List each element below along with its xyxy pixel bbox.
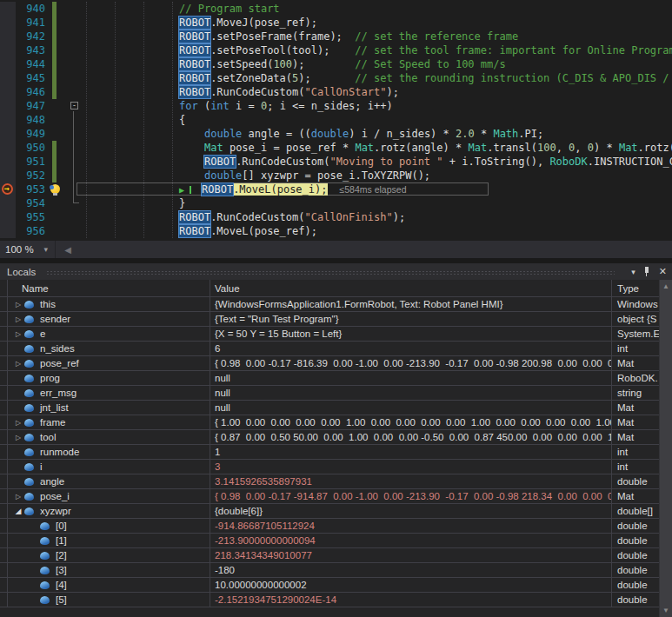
code-text[interactable]: double angle = ((double) i / n_sides) * …: [59, 127, 672, 141]
code-text[interactable]: ROBOT.RunCodeCustom("CallOnStart");: [59, 85, 672, 99]
chevron-down-icon[interactable]: ▾: [44, 245, 49, 254]
variable-value-cell[interactable]: { 0.98 0.00 -0.17 -816.39 0.00 -1.00 0.0…: [210, 356, 612, 370]
locals-row[interactable]: [1]-213.90000000000094double: [0, 534, 659, 548]
variable-name-cell[interactable]: ▷pose_i: [8, 489, 210, 503]
code-text[interactable]: {: [59, 113, 672, 127]
variable-value-cell[interactable]: null: [210, 371, 612, 385]
code-text[interactable]: }: [59, 196, 672, 210]
variable-value-cell[interactable]: {X = 50 Y = 15 Button = Left}: [210, 327, 612, 341]
locals-row[interactable]: i3int: [0, 460, 659, 474]
code-line[interactable]: 940// Program start: [0, 2, 672, 16]
breakpoint-gutter[interactable]: [0, 30, 16, 43]
editor-zoom-selector[interactable]: 100 % ▾: [0, 241, 55, 258]
locals-row[interactable]: [3]-180double: [0, 563, 659, 578]
scroll-down-arrow-icon[interactable]: ▼: [660, 607, 672, 614]
code-line[interactable]: 946ROBOT.RunCodeCustom("CallOnStart");: [0, 85, 672, 99]
variable-value-cell[interactable]: 1: [210, 445, 612, 459]
code-line[interactable]: 955ROBOT.RunCodeCustom("CallOnFinish");: [0, 210, 672, 224]
code-text[interactable]: ROBOT.MoveL(pose_ref);: [59, 224, 672, 238]
variable-name-cell[interactable]: ▷pose_ref: [8, 356, 210, 370]
variable-name-cell[interactable]: jnt_list: [8, 401, 210, 415]
code-line[interactable]: 952double[] xyzwpr = pose_i.ToXYZRPW();: [0, 169, 672, 182]
breakpoint-current-statement-icon[interactable]: [2, 183, 13, 195]
fold-collapse-icon[interactable]: [70, 102, 78, 109]
code-line[interactable]: 942ROBOT.setPoseFrame(frame); // set the…: [0, 30, 672, 43]
variable-value-cell[interactable]: -2.1521934751290024E-14: [210, 593, 612, 607]
expand-arrow-icon[interactable]: ▷: [12, 493, 24, 501]
variable-name-cell[interactable]: ▷e: [8, 327, 210, 341]
locals-row[interactable]: [2]218.34134349010077double: [0, 548, 659, 563]
collapse-arrow-icon[interactable]: ◢: [12, 507, 24, 515]
variable-value-cell[interactable]: 3.1415926535897931: [210, 474, 612, 488]
expand-arrow-icon[interactable]: ▷: [12, 301, 24, 308]
locals-row[interactable]: [5]-2.1521934751290024E-14double: [0, 593, 659, 607]
variable-value-cell[interactable]: 3: [210, 460, 612, 474]
window-position-menu-icon[interactable]: ▾: [631, 268, 635, 276]
locals-row[interactable]: n_sides6int: [0, 342, 659, 356]
breakpoint-gutter[interactable]: [0, 43, 16, 57]
variable-value-cell[interactable]: 6: [210, 342, 612, 355]
variable-value-cell[interactable]: 218.34134349010077: [210, 548, 612, 562]
breakpoint-gutter[interactable]: [0, 141, 16, 155]
variable-name-cell[interactable]: [2]: [8, 548, 210, 562]
variable-value-cell[interactable]: null: [210, 386, 612, 400]
breakpoint-gutter[interactable]: [0, 127, 16, 141]
column-header-name[interactable]: Name: [8, 280, 210, 296]
code-text[interactable]: ROBOT.setPoseTool(tool); // set the tool…: [59, 43, 672, 57]
breakpoint-gutter[interactable]: [0, 71, 16, 85]
code-text[interactable]: // Program start: [59, 2, 672, 16]
locals-row[interactable]: runmode1int: [0, 445, 659, 460]
variable-value-cell[interactable]: { 1.00 0.00 0.00 0.00 0.00 1.00 0.00 0.0…: [210, 415, 612, 429]
code-text[interactable]: ROBOT.setZoneData(5); // set the roundin…: [59, 71, 672, 85]
code-line[interactable]: 954}: [0, 196, 672, 210]
locals-row[interactable]: ◢xyzwpr{double[6]}double[]: [0, 504, 659, 519]
variable-value-cell[interactable]: {WindowsFormsApplication1.FormRobot, Tex…: [210, 297, 612, 311]
code-text[interactable]: ROBOT.RunCodeCustom("Moving to point " +…: [59, 155, 672, 169]
locals-row[interactable]: ▷pose_ref{ 0.98 0.00 -0.17 -816.39 0.00 …: [0, 356, 659, 371]
breakpoint-gutter[interactable]: [0, 85, 16, 99]
scroll-up-arrow-icon[interactable]: ▲: [660, 282, 672, 290]
variable-name-cell[interactable]: n_sides: [8, 342, 210, 355]
variable-name-cell[interactable]: [4]: [8, 578, 210, 592]
code-text[interactable]: Mat pose_i = pose_ref * Mat.rotz(angle) …: [59, 141, 672, 155]
locals-row[interactable]: [4]10.00000000000002double: [0, 578, 659, 593]
column-header-value[interactable]: Value: [210, 280, 612, 296]
variable-name-cell[interactable]: [1]: [8, 534, 210, 547]
code-text[interactable]: ROBOT.RunCodeCustom("CallOnFinish");: [59, 210, 672, 224]
code-line[interactable]: 951ROBOT.RunCodeCustom("Moving to point …: [0, 155, 672, 169]
breakpoint-gutter[interactable]: [0, 57, 16, 71]
breakpoint-gutter[interactable]: [0, 169, 16, 182]
code-line[interactable]: 945ROBOT.setZoneData(5); // set the roun…: [0, 71, 672, 85]
variable-name-cell[interactable]: prog: [8, 371, 210, 385]
code-editor[interactable]: 940// Program start941ROBOT.MoveJ(pose_r…: [0, 0, 672, 241]
expand-arrow-icon[interactable]: ▷: [12, 315, 24, 323]
variable-value-cell[interactable]: {Text = "Run Test Program"}: [210, 312, 612, 326]
variable-value-cell[interactable]: -180: [210, 563, 612, 577]
scroll-left-arrow-icon[interactable]: ◀: [64, 245, 71, 255]
code-line[interactable]: 953ROBOT.MoveL(pose_i);≤584ms elapsed: [0, 182, 672, 196]
locals-row[interactable]: ▷tool{ 0.87 0.00 0.50 50.00 0.00 1.00 0.…: [0, 430, 659, 445]
breakpoint-gutter[interactable]: [0, 196, 16, 210]
code-line[interactable]: 944ROBOT.setSpeed(100); // Set Speed to …: [0, 57, 672, 71]
locals-row[interactable]: ▷pose_i{ 0.98 0.00 -0.17 -914.87 0.00 -1…: [0, 489, 659, 504]
code-text[interactable]: double[] xyzwpr = pose_i.ToXYZRPW();: [59, 169, 672, 182]
locals-row[interactable]: err_msgnullstring: [0, 386, 659, 401]
code-text[interactable]: ROBOT.setPoseFrame(frame); // set the re…: [59, 30, 672, 43]
code-line[interactable]: 949double angle = ((double) i / n_sides)…: [0, 127, 672, 141]
variable-name-cell[interactable]: i: [8, 460, 210, 474]
code-line[interactable]: 941ROBOT.MoveJ(pose_ref);: [0, 16, 672, 30]
locals-row[interactable]: ▷e{X = 50 Y = 15 Button = Left}System.E: [0, 327, 659, 342]
variable-value-cell[interactable]: 10.00000000000002: [210, 578, 612, 592]
run-to-cursor-icon[interactable]: [179, 183, 188, 196]
code-line[interactable]: 950Mat pose_i = pose_ref * Mat.rotz(angl…: [0, 141, 672, 155]
breakpoint-gutter[interactable]: [0, 2, 16, 16]
column-header-type[interactable]: Type: [612, 280, 659, 296]
code-text[interactable]: ROBOT.MoveL(pose_i);≤584ms elapsed: [59, 182, 672, 196]
variable-name-cell[interactable]: ▷frame: [8, 415, 210, 429]
breakpoint-gutter[interactable]: [0, 210, 16, 224]
locals-row[interactable]: [0]-914.86687105112924double: [0, 519, 659, 534]
code-text[interactable]: ROBOT.MoveJ(pose_ref);: [59, 16, 672, 30]
variable-value-cell[interactable]: -213.90000000000094: [210, 534, 612, 547]
breakpoint-gutter[interactable]: [0, 16, 16, 30]
expand-arrow-icon[interactable]: ▷: [12, 434, 24, 441]
